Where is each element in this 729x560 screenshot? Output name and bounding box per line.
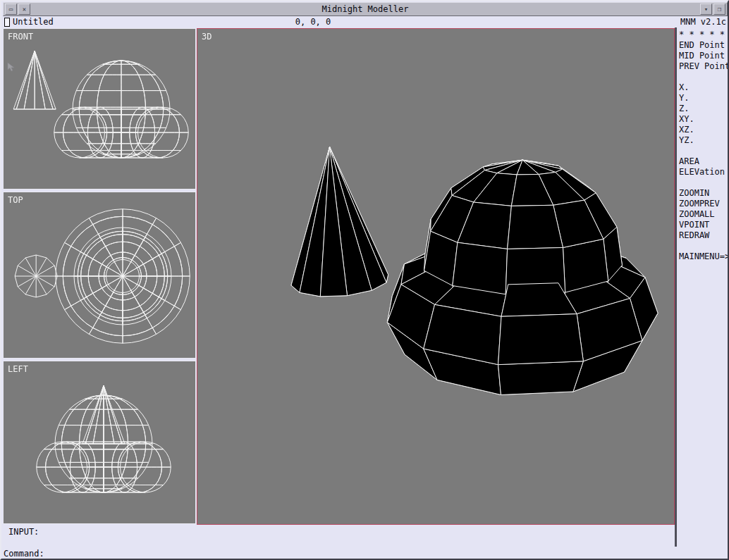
- menu-item[interactable]: ZOOMALL: [677, 209, 729, 220]
- main-3d-viewport[interactable]: 3D: [197, 28, 675, 525]
- front-viewport[interactable]: FRONT: [3, 28, 196, 189]
- menu-item[interactable]: VPOINT: [677, 220, 729, 230]
- menu-item[interactable]: XY.: [677, 114, 729, 125]
- top-viewport[interactable]: TOP: [3, 192, 196, 359]
- menu-item[interactable]: PREV Point: [677, 61, 729, 72]
- titlebar-menu-button[interactable]: ▭: [5, 4, 17, 15]
- menu-item[interactable]: Y.: [677, 93, 729, 104]
- menu-item[interactable]: YZ.: [677, 135, 729, 146]
- header-bar: Untitled 0, 0, 0 MNM v2.1c: [3, 17, 729, 27]
- menu-spacer: [677, 146, 729, 156]
- menu-item[interactable]: * * * * * *: [677, 30, 729, 40]
- filename-label: Untitled: [13, 17, 54, 27]
- top-viewport-label: TOP: [8, 195, 23, 205]
- menu-item[interactable]: ZOOMIN: [677, 188, 729, 199]
- menu-item[interactable]: MID Point: [677, 51, 729, 61]
- command-label: Command:: [4, 549, 44, 559]
- left-viewport[interactable]: LEFT: [3, 361, 196, 524]
- menu-item[interactable]: ZOOMPREV: [677, 199, 729, 209]
- window-title: Midnight Modeller: [30, 4, 700, 14]
- menu-item[interactable]: XZ.: [677, 125, 729, 135]
- menu-item[interactable]: END Point: [677, 40, 729, 51]
- titlebar-iconify-button[interactable]: ▾: [700, 4, 712, 15]
- main-3d-canvas[interactable]: [197, 29, 674, 524]
- menu-spacer: [677, 178, 729, 188]
- input-label: INPUT:: [8, 527, 39, 537]
- command-menu-list: * * * * * *END PointMID PointPREV PointX…: [677, 30, 729, 262]
- menu-item[interactable]: AREA: [677, 156, 729, 167]
- front-view-canvas[interactable]: [4, 29, 195, 189]
- coordinates-readout: 0, 0, 0: [283, 17, 343, 27]
- front-viewport-label: FRONT: [8, 32, 33, 42]
- menu-spacer: [677, 241, 729, 251]
- status-bar: INPUT: Command:: [3, 525, 675, 560]
- main-3d-viewport-label: 3D: [202, 32, 212, 42]
- titlebar-maximize-button[interactable]: ❒: [713, 4, 725, 15]
- left-viewport-label: LEFT: [8, 364, 28, 374]
- command-menu-sidebar: * * * * * *END PointMID PointPREV PointX…: [675, 27, 729, 547]
- titlebar[interactable]: ▭ ✕ Midnight Modeller ▾ ❒: [3, 2, 728, 16]
- menu-item[interactable]: X.: [677, 82, 729, 93]
- titlebar-close-button[interactable]: ✕: [18, 4, 30, 15]
- menu-item[interactable]: Z.: [677, 104, 729, 114]
- left-view-canvas[interactable]: [4, 361, 195, 523]
- top-view-canvas[interactable]: [4, 192, 195, 358]
- menu-item[interactable]: ELEVation: [677, 167, 729, 178]
- menu-item[interactable]: REDRAW: [677, 230, 729, 241]
- app-window: ▭ ✕ Midnight Modeller ▾ ❒ Untitled 0, 0,…: [0, 0, 729, 560]
- menu-item[interactable]: MAINMENU=>: [677, 251, 729, 262]
- mouse-cursor: [7, 61, 16, 75]
- text-cursor: [4, 18, 10, 27]
- menu-spacer: [677, 72, 729, 82]
- app-version-label: MNM v2.1c: [680, 17, 726, 27]
